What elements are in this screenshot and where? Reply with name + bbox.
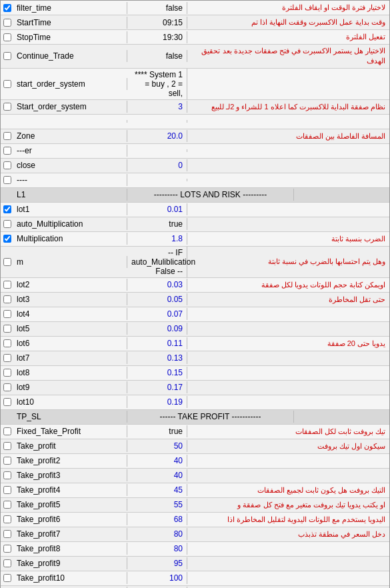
row-checkbox-cell bbox=[1, 3, 14, 13]
row-checkbox[interactable] bbox=[3, 574, 11, 582]
table-row: ---- bbox=[1, 173, 389, 188]
row-checkbox[interactable] bbox=[3, 427, 11, 435]
row-checkbox[interactable] bbox=[3, 369, 11, 377]
row-name: TP_SL bbox=[14, 411, 127, 423]
row-name: start_order_system bbox=[14, 78, 127, 90]
row-name bbox=[14, 120, 127, 123]
row-comment: يدويا حتى 20 صفقة bbox=[187, 337, 389, 350]
row-name: lot9 bbox=[14, 381, 127, 393]
row-comment: وهل يتم احتسابها بالضرب في نسبة ثابتة bbox=[187, 255, 389, 268]
table-row: TP_SL------ TAKE PROFIT ----------- bbox=[1, 410, 389, 425]
row-checkbox-cell bbox=[1, 455, 14, 466]
row-checkbox[interactable] bbox=[3, 559, 11, 567]
row-value: 0 bbox=[127, 159, 187, 171]
row-checkbox[interactable] bbox=[3, 501, 11, 509]
table-row: Fixed_Take_Profittrueتيك بروفت ثابت لكل … bbox=[1, 425, 389, 439]
row-checkbox-cell bbox=[1, 558, 14, 569]
row-checkbox-cell bbox=[1, 543, 14, 554]
row-checkbox-cell bbox=[1, 101, 14, 112]
row-checkbox[interactable] bbox=[3, 161, 11, 169]
row-checkbox[interactable] bbox=[3, 235, 11, 243]
row-name: filter_time bbox=[14, 2, 127, 14]
row-checkbox-cell bbox=[1, 426, 14, 437]
table-row: start_order_system**** System 1 = buy , … bbox=[1, 69, 389, 100]
row-comment bbox=[294, 193, 389, 196]
row-comment bbox=[187, 401, 389, 403]
row-name: ---er bbox=[14, 145, 127, 157]
row-checkbox[interactable] bbox=[3, 486, 11, 494]
row-checkbox[interactable] bbox=[3, 147, 11, 155]
row-name: Take_profit10 bbox=[14, 572, 127, 584]
table-area: filter_timefalseلاختيار فترة الوقت او اي… bbox=[1, 1, 389, 588]
row-value: false bbox=[127, 2, 187, 14]
row-checkbox[interactable] bbox=[3, 295, 11, 303]
row-checkbox[interactable] bbox=[3, 132, 11, 140]
row-checkbox-cell bbox=[1, 367, 14, 378]
row-value: -- IF auto_Muliblication False -- bbox=[127, 247, 187, 277]
row-value: 68 bbox=[127, 513, 187, 525]
row-checkbox-cell bbox=[1, 353, 14, 363]
table-row: Take_profit240 bbox=[1, 454, 389, 469]
row-checkbox[interactable] bbox=[3, 530, 11, 538]
table-row: StopTime19:30تفعيل الفلترة bbox=[1, 30, 389, 45]
row-checkbox[interactable] bbox=[3, 325, 11, 333]
row-checkbox-cell bbox=[1, 415, 14, 418]
table-row: Take_profit10100 bbox=[1, 571, 389, 586]
row-value: 40 bbox=[127, 469, 187, 481]
row-comment: حتى تقل المخاطرة bbox=[187, 293, 389, 306]
row-checkbox[interactable] bbox=[3, 383, 11, 391]
row-checkbox[interactable] bbox=[3, 33, 11, 41]
row-checkbox[interactable] bbox=[3, 205, 11, 213]
row-checkbox[interactable] bbox=[3, 442, 11, 450]
row-value: true bbox=[127, 218, 187, 230]
row-comment: الضرب بنسبة ثابتة bbox=[187, 233, 389, 245]
row-checkbox[interactable] bbox=[3, 258, 11, 266]
table-row: StartTime09:15وقت بداية عمل الاكسبرت وقق… bbox=[1, 15, 389, 30]
row-checkbox[interactable] bbox=[3, 398, 11, 406]
row-checkbox-cell bbox=[1, 382, 14, 393]
row-checkbox-cell bbox=[1, 51, 14, 61]
row-checkbox[interactable] bbox=[3, 339, 11, 347]
row-checkbox[interactable] bbox=[3, 310, 11, 318]
row-checkbox[interactable] bbox=[3, 52, 11, 60]
row-checkbox[interactable] bbox=[3, 176, 11, 184]
table-row: auto_Multiplicationtrue bbox=[1, 217, 389, 232]
row-name: Take_profit3 bbox=[14, 469, 127, 481]
table-row: lot70.13 bbox=[1, 351, 389, 366]
row-name: Take_profit6 bbox=[14, 513, 127, 525]
row-comment bbox=[187, 327, 389, 330]
row-comment: اويمكن كتابة حجم اللوتات يدويا لكل صفقة bbox=[187, 279, 389, 291]
row-checkbox-cell bbox=[1, 397, 14, 407]
row-value: 0.01 bbox=[127, 203, 187, 215]
row-checkbox[interactable] bbox=[3, 545, 11, 553]
table-row: close0 bbox=[1, 159, 389, 173]
row-comment bbox=[187, 577, 389, 579]
row-comment bbox=[187, 371, 389, 374]
row-checkbox[interactable] bbox=[3, 220, 11, 228]
row-checkbox[interactable] bbox=[3, 281, 11, 289]
row-checkbox-cell bbox=[1, 79, 14, 89]
row-checkbox-cell bbox=[1, 145, 14, 156]
row-checkbox[interactable] bbox=[3, 457, 11, 465]
row-checkbox-cell bbox=[1, 131, 14, 141]
row-checkbox[interactable] bbox=[3, 80, 11, 88]
row-checkbox[interactable] bbox=[3, 471, 11, 479]
row-comment bbox=[187, 83, 389, 85]
row-value: 40 bbox=[127, 455, 187, 467]
row-checkbox[interactable] bbox=[3, 103, 11, 111]
row-comment bbox=[187, 357, 389, 359]
table-row: Take_profit995 bbox=[1, 557, 389, 571]
row-checkbox[interactable] bbox=[3, 354, 11, 362]
table-row: Zone20.0المسافة الفاصلة بين الصفقات bbox=[1, 129, 389, 144]
row-checkbox-cell bbox=[1, 233, 14, 244]
table-row: filter_timefalseلاختيار فترة الوقت او اي… bbox=[1, 1, 389, 15]
row-value: 09:15 bbox=[127, 17, 187, 29]
row-checkbox[interactable] bbox=[3, 515, 11, 523]
table-row: Take_profit50سيكون اول تيك بروفت bbox=[1, 439, 389, 454]
row-name: m bbox=[14, 256, 127, 268]
row-checkbox-cell bbox=[1, 32, 14, 43]
row-checkbox[interactable] bbox=[3, 19, 11, 27]
table-row bbox=[1, 115, 389, 129]
row-checkbox[interactable] bbox=[3, 4, 11, 12]
row-comment bbox=[187, 459, 389, 462]
